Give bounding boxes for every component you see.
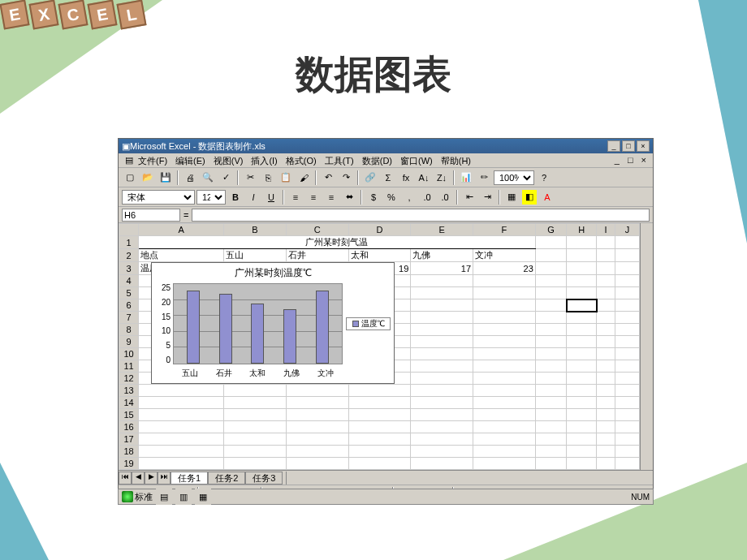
col-G[interactable]: G bbox=[535, 224, 567, 236]
link-icon[interactable]: 🔗 bbox=[362, 170, 378, 186]
embedded-chart[interactable]: 广州某时刻温度℃ 25 20 15 10 5 0 bbox=[151, 262, 395, 384]
size-select[interactable]: 12 bbox=[196, 190, 226, 205]
align-left-icon[interactable]: ≡ bbox=[287, 189, 304, 205]
row-17[interactable]: 17 bbox=[119, 433, 139, 446]
sheet-tab-3[interactable]: 任务3 bbox=[245, 472, 283, 485]
row-19[interactable]: 19 bbox=[119, 458, 139, 470]
cell-F3[interactable]: 23 bbox=[473, 262, 536, 275]
sheet-tab-1[interactable]: 任务1 bbox=[171, 472, 208, 485]
doc-maximize-button[interactable]: □ bbox=[624, 155, 637, 166]
tab-prev-icon[interactable]: ◀ bbox=[132, 472, 145, 485]
doc-minimize-button[interactable]: _ bbox=[611, 155, 623, 166]
cell-A2[interactable]: 地点 bbox=[139, 249, 224, 262]
sum-icon[interactable]: Σ bbox=[380, 170, 396, 186]
currency-icon[interactable]: $ bbox=[365, 189, 382, 205]
drawing-icon[interactable]: ✏ bbox=[476, 170, 492, 186]
sort-asc-icon[interactable]: A↓ bbox=[416, 170, 432, 186]
row-9[interactable]: 9 bbox=[119, 336, 139, 348]
row-3[interactable]: 3 bbox=[119, 262, 139, 275]
sheet-tab-2[interactable]: 任务2 bbox=[208, 472, 245, 485]
col-H[interactable]: H bbox=[567, 224, 597, 236]
cell-E3[interactable]: 17 bbox=[411, 262, 473, 275]
underline-button[interactable]: U bbox=[263, 189, 279, 205]
close-button[interactable]: × bbox=[637, 140, 650, 152]
cell-title[interactable]: 广州某时刻气温 bbox=[139, 236, 536, 249]
align-right-icon[interactable]: ≡ bbox=[323, 189, 339, 205]
menu-view[interactable]: 视图(V) bbox=[210, 155, 247, 166]
row-8[interactable]: 8 bbox=[119, 324, 139, 336]
copy-icon[interactable]: ⎘ bbox=[260, 170, 276, 186]
chart-wizard-icon[interactable]: 📊 bbox=[458, 170, 474, 186]
inc-decimal-icon[interactable]: .0 bbox=[419, 189, 435, 205]
row-6[interactable]: 6 bbox=[119, 299, 139, 312]
row-7[interactable]: 7 bbox=[119, 312, 139, 324]
preview-icon[interactable]: 🔍 bbox=[200, 170, 216, 186]
col-A[interactable]: A bbox=[139, 224, 224, 236]
taskbar-app3-icon[interactable]: ▦ bbox=[195, 489, 211, 505]
dec-decimal-icon[interactable]: .0 bbox=[437, 189, 453, 205]
col-J[interactable]: J bbox=[615, 224, 640, 236]
start-button[interactable]: 标准 bbox=[122, 491, 153, 503]
maximize-button[interactable]: □ bbox=[622, 140, 635, 152]
save-icon[interactable]: 💾 bbox=[158, 170, 174, 186]
bold-button[interactable]: B bbox=[227, 189, 244, 205]
doc-close-button[interactable]: × bbox=[638, 155, 650, 166]
menu-insert[interactable]: 插入(I) bbox=[248, 155, 280, 166]
row-4[interactable]: 4 bbox=[119, 275, 139, 287]
menu-file[interactable]: 文件(F) bbox=[135, 155, 171, 166]
formula-input[interactable] bbox=[192, 209, 650, 222]
menu-edit[interactable]: 编辑(E) bbox=[172, 155, 209, 166]
undo-icon[interactable]: ↶ bbox=[320, 170, 336, 186]
fx-icon[interactable]: fx bbox=[398, 170, 414, 186]
row-11[interactable]: 11 bbox=[119, 360, 139, 373]
vertical-scrollbar[interactable] bbox=[640, 223, 653, 470]
row-5[interactable]: 5 bbox=[119, 287, 139, 299]
cell-H6-selected[interactable] bbox=[567, 299, 597, 312]
paste-icon[interactable]: 📋 bbox=[278, 170, 294, 186]
tab-next-icon[interactable]: ▶ bbox=[145, 472, 158, 485]
cell-E2[interactable]: 九佛 bbox=[411, 249, 473, 262]
zoom-select[interactable]: 100% bbox=[494, 170, 534, 185]
menu-tools[interactable]: 工具(T) bbox=[322, 155, 357, 166]
format-painter-icon[interactable]: 🖌 bbox=[296, 170, 312, 186]
print-icon[interactable]: 🖨 bbox=[182, 170, 198, 186]
merge-icon[interactable]: ⬌ bbox=[341, 189, 357, 205]
row-12[interactable]: 12 bbox=[119, 373, 139, 385]
col-B[interactable]: B bbox=[224, 224, 287, 236]
minimize-button[interactable]: _ bbox=[607, 140, 620, 152]
outdent-icon[interactable]: ⇤ bbox=[461, 189, 477, 205]
menu-window[interactable]: 窗口(W) bbox=[397, 155, 436, 166]
indent-icon[interactable]: ⇥ bbox=[479, 189, 495, 205]
taskbar-app-icon[interactable]: ▤ bbox=[156, 489, 172, 505]
row-18[interactable]: 18 bbox=[119, 446, 139, 458]
italic-button[interactable]: I bbox=[245, 189, 261, 205]
font-color-icon[interactable]: A bbox=[539, 189, 555, 205]
row-16[interactable]: 16 bbox=[119, 421, 139, 433]
col-D[interactable]: D bbox=[348, 224, 411, 236]
tab-last-icon[interactable]: ⏭ bbox=[158, 472, 171, 485]
cell-F2[interactable]: 文冲 bbox=[473, 249, 536, 262]
menu-help[interactable]: 帮助(H) bbox=[438, 155, 474, 166]
col-E[interactable]: E bbox=[411, 224, 473, 236]
menu-format[interactable]: 格式(O) bbox=[283, 155, 320, 166]
col-I[interactable]: I bbox=[597, 224, 615, 236]
open-icon[interactable]: 📂 bbox=[140, 170, 156, 186]
cell-D2[interactable]: 太和 bbox=[348, 249, 411, 262]
col-F[interactable]: F bbox=[473, 224, 536, 236]
sort-desc-icon[interactable]: Z↓ bbox=[434, 170, 450, 186]
row-1[interactable]: 1 bbox=[119, 236, 139, 249]
row-14[interactable]: 14 bbox=[119, 397, 139, 409]
row-20[interactable]: 20 bbox=[119, 470, 139, 471]
col-C[interactable]: C bbox=[286, 224, 348, 236]
row-15[interactable]: 15 bbox=[119, 409, 139, 421]
taskbar-app2-icon[interactable]: ▥ bbox=[175, 489, 192, 505]
horizontal-scrollbar[interactable] bbox=[286, 472, 653, 485]
border-icon[interactable]: ▦ bbox=[503, 189, 520, 205]
align-center-icon[interactable]: ≡ bbox=[305, 189, 322, 205]
row-13[interactable]: 13 bbox=[119, 385, 139, 397]
select-all-corner[interactable] bbox=[119, 224, 139, 236]
fill-color-icon[interactable]: ◧ bbox=[521, 189, 538, 205]
comma-icon[interactable]: , bbox=[401, 189, 417, 205]
redo-icon[interactable]: ↷ bbox=[338, 170, 354, 186]
new-icon[interactable]: ▢ bbox=[122, 170, 138, 186]
